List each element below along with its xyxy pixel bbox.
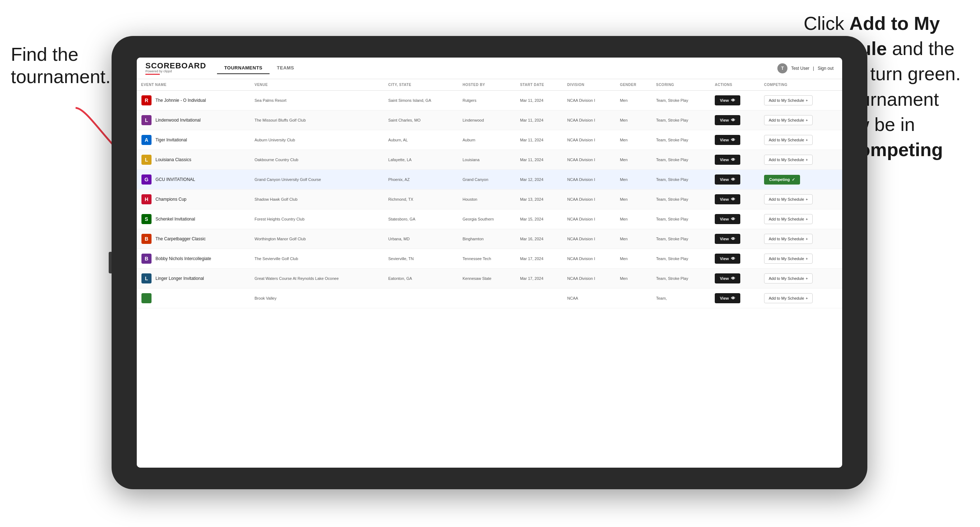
actions-cell: View 👁 [710, 249, 760, 269]
eye-icon: 👁 [731, 137, 735, 143]
view-button[interactable]: View 👁 [715, 293, 740, 303]
table-row: LLinger Longer InvitationalGreat Waters … [137, 269, 842, 289]
gender-cell: Men [616, 229, 652, 249]
avatar: T [777, 63, 788, 73]
city-state-cell: Auburn, AL [384, 130, 458, 150]
city-state-cell: Sevierville, TN [384, 249, 458, 269]
competing-cell: Add to My Schedule + [760, 289, 842, 308]
competing-cell: Add to My Schedule + [760, 269, 842, 289]
venue-cell: Sea Palms Resort [250, 90, 384, 110]
add-to-schedule-button[interactable]: Add to My Schedule + [764, 115, 813, 125]
eye-icon: 👁 [731, 256, 735, 261]
scoring-cell: Team, Stroke Play [652, 90, 710, 110]
gender-cell: Men [616, 110, 652, 130]
venue-cell: The Sevierville Golf Club [250, 249, 384, 269]
gender-cell: Men [616, 150, 652, 170]
start-date-cell [516, 289, 563, 308]
table-row: SSchenkel InvitationalForest Heights Cou… [137, 210, 842, 229]
tab-teams[interactable]: TEAMS [270, 62, 301, 74]
scoring-cell: Team, Stroke Play [652, 190, 710, 210]
view-button[interactable]: View 👁 [715, 175, 740, 184]
view-button[interactable]: View 👁 [715, 135, 740, 145]
add-to-schedule-button[interactable]: Add to My Schedule + [764, 155, 813, 165]
division-cell: NCAA Division I [563, 170, 616, 190]
division-cell: NCAA Division I [563, 190, 616, 210]
add-to-schedule-button[interactable]: Add to My Schedule + [764, 214, 813, 224]
view-button[interactable]: View 👁 [715, 273, 740, 284]
division-cell: NCAA Division I [563, 210, 616, 229]
competing-button[interactable]: Competing ✓ [764, 175, 800, 184]
view-button[interactable]: View 👁 [715, 214, 740, 224]
tablet-side-button [109, 252, 111, 273]
city-state-cell: Eatonton, GA [384, 269, 458, 289]
table-row: BBobby Nichols IntercollegiateThe Sevier… [137, 249, 842, 269]
competing-cell: Add to My Schedule + [760, 210, 842, 229]
eye-icon: 👁 [731, 98, 735, 103]
gender-cell: Men [616, 170, 652, 190]
plus-icon: + [805, 98, 808, 103]
start-date-cell: Mar 11, 2024 [516, 90, 563, 110]
tournaments-table: EVENT NAME VENUE CITY, STATE HOSTED BY S… [137, 79, 842, 308]
table-row: RThe Johnnie - O IndividualSea Palms Res… [137, 90, 842, 110]
view-button[interactable]: View 👁 [715, 234, 740, 244]
competing-cell: Add to My Schedule + [760, 90, 842, 110]
scoring-cell: Team, Stroke Play [652, 210, 710, 229]
table-row: LLouisiana ClassicsOakbourne Country Clu… [137, 150, 842, 170]
checkmark-icon: ✓ [792, 177, 795, 182]
add-to-schedule-button[interactable]: Add to My Schedule + [764, 194, 813, 204]
gender-cell: Men [616, 130, 652, 150]
actions-cell: View 👁 [710, 210, 760, 229]
start-date-cell: Mar 11, 2024 [516, 110, 563, 130]
hosted-by-cell: Lindenwood [458, 110, 516, 130]
plus-icon: + [805, 157, 808, 162]
add-to-schedule-button[interactable]: Add to My Schedule + [764, 273, 813, 284]
add-to-schedule-button[interactable]: Add to My Schedule + [764, 135, 813, 145]
table-row: LLindenwood InvitationalThe Missouri Blu… [137, 110, 842, 130]
actions-cell: View 👁 [710, 150, 760, 170]
col-scoring: SCORING [652, 79, 710, 90]
plus-icon: + [805, 237, 808, 241]
start-date-cell: Mar 13, 2024 [516, 190, 563, 210]
tab-tournaments[interactable]: TOURNAMENTS [217, 62, 270, 74]
start-date-cell: Mar 17, 2024 [516, 269, 563, 289]
top-bar: SCOREBOARD Powered by clippd TOURNAMENTS… [137, 57, 842, 79]
gender-cell [616, 289, 652, 308]
event-name-cell: RThe Johnnie - O Individual [137, 90, 250, 110]
start-date-cell: Mar 11, 2024 [516, 130, 563, 150]
add-to-schedule-button[interactable]: Add to My Schedule + [764, 95, 813, 105]
view-button[interactable]: View 👁 [715, 155, 740, 165]
table-row: BThe Carpetbagger ClassicWorthington Man… [137, 229, 842, 249]
event-name-text: Schenkel Invitational [156, 217, 195, 222]
actions-cell: View 👁 [710, 289, 760, 308]
city-state-cell: Richmond, TX [384, 190, 458, 210]
venue-cell: Forest Heights Country Club [250, 210, 384, 229]
gender-cell: Men [616, 249, 652, 269]
view-button[interactable]: View 👁 [715, 194, 740, 204]
sign-out-link[interactable]: Sign out [818, 66, 834, 71]
venue-cell: The Missouri Bluffs Golf Club [250, 110, 384, 130]
add-to-schedule-button[interactable]: Add to My Schedule + [764, 234, 813, 244]
view-button[interactable]: View 👁 [715, 95, 740, 105]
hosted-by-cell: Louisiana [458, 150, 516, 170]
scoring-cell: Team, Stroke Play [652, 130, 710, 150]
add-to-schedule-button[interactable]: Add to My Schedule + [764, 293, 813, 303]
team-logo: A [141, 135, 152, 145]
event-name-text: GCU INVITATIONAL [156, 177, 195, 182]
venue-cell: Brook Valley [250, 289, 384, 308]
city-state-cell [384, 289, 458, 308]
division-cell: NCAA Division I [563, 269, 616, 289]
event-name-cell: SSchenkel Invitational [137, 210, 250, 229]
gender-cell: Men [616, 190, 652, 210]
hosted-by-cell: Rutgers [458, 90, 516, 110]
add-to-schedule-button[interactable]: Add to My Schedule + [764, 254, 813, 264]
venue-cell: Grand Canyon University Golf Course [250, 170, 384, 190]
header-row: EVENT NAME VENUE CITY, STATE HOSTED BY S… [137, 79, 842, 90]
col-start-date: START DATE [516, 79, 563, 90]
table-row: HChampions CupShadow Hawk Golf ClubRichm… [137, 190, 842, 210]
event-name-cell: GGCU INVITATIONAL [137, 170, 250, 190]
team-logo: B [141, 233, 152, 244]
view-button[interactable]: View 👁 [715, 115, 740, 125]
view-button[interactable]: View 👁 [715, 254, 740, 264]
team-logo: R [141, 95, 152, 106]
table-container[interactable]: EVENT NAME VENUE CITY, STATE HOSTED BY S… [137, 79, 842, 468]
